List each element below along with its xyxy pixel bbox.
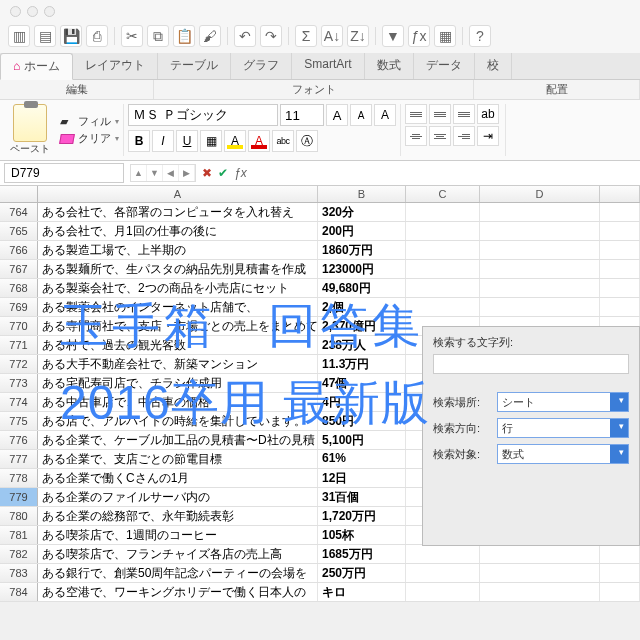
table-row[interactable]: 764ある会社で、各部署のコンピュータを入れ替え320分: [0, 203, 640, 222]
tab-layout[interactable]: レイアウト: [73, 53, 158, 79]
cell[interactable]: [480, 298, 600, 316]
italic-button[interactable]: I: [152, 130, 174, 152]
row-header[interactable]: 784: [0, 583, 38, 601]
cell[interactable]: ある会社で、月1回の仕事の後に: [38, 222, 318, 240]
cell[interactable]: [406, 222, 480, 240]
cell[interactable]: 238万人: [318, 336, 406, 354]
cell[interactable]: [480, 279, 600, 297]
cell[interactable]: [480, 564, 600, 582]
cell[interactable]: ある村で、過去の観光客数: [38, 336, 318, 354]
cell[interactable]: 850円: [318, 412, 406, 430]
align-center-button[interactable]: [429, 126, 451, 146]
help-icon[interactable]: ?: [469, 25, 491, 47]
cell[interactable]: ある企業で働くCさんの1月: [38, 469, 318, 487]
row-header[interactable]: 775: [0, 412, 38, 430]
row-header[interactable]: 773: [0, 374, 38, 392]
table-row[interactable]: 769ある製薬会社のインターネット店舗で、2,個: [0, 298, 640, 317]
cell[interactable]: ある大手不動産会社で、新築マンション: [38, 355, 318, 373]
fill-button[interactable]: ▰フィル▾: [60, 114, 119, 129]
table-row[interactable]: 782ある喫茶店で、フランチャイズ各店の売上高1685万円: [0, 545, 640, 564]
cell[interactable]: [600, 545, 640, 563]
new-icon[interactable]: ▥: [8, 25, 30, 47]
table-row[interactable]: 767ある製麺所で、生パスタの納品先別見積書を作成123000円: [0, 260, 640, 279]
cell[interactable]: [406, 545, 480, 563]
cell[interactable]: [600, 298, 640, 316]
cell[interactable]: [600, 260, 640, 278]
cell[interactable]: [480, 241, 600, 259]
cell[interactable]: 11.3万円: [318, 355, 406, 373]
row-header[interactable]: 767: [0, 260, 38, 278]
highlight-button[interactable]: A: [224, 130, 246, 152]
border-button[interactable]: ▦: [200, 130, 222, 152]
cell[interactable]: [406, 203, 480, 221]
align-bottom-button[interactable]: [453, 104, 475, 124]
autosum-icon[interactable]: Σ: [295, 25, 317, 47]
underline-button[interactable]: U: [176, 130, 198, 152]
find-place-select[interactable]: シート: [497, 392, 629, 412]
cell[interactable]: ある会社で、各部署のコンピュータを入れ替え: [38, 203, 318, 221]
tab-data[interactable]: データ: [414, 53, 475, 79]
cell-nav[interactable]: ▲▼◀▶: [130, 164, 196, 182]
table-row[interactable]: 784ある空港で、ワーキングホリデーで働く日本人のキロ: [0, 583, 640, 602]
font-color-button[interactable]: A: [248, 130, 270, 152]
row-header[interactable]: 779: [0, 488, 38, 506]
minimize-icon[interactable]: [27, 6, 38, 17]
cell[interactable]: ある製造工場で、上半期の: [38, 241, 318, 259]
confirm-icon[interactable]: ✔: [218, 166, 228, 180]
cell[interactable]: ある製薬会社のインターネット店舗で、: [38, 298, 318, 316]
row-header[interactable]: 765: [0, 222, 38, 240]
find-input[interactable]: [433, 354, 629, 374]
cell[interactable]: 200円: [318, 222, 406, 240]
clear-button[interactable]: クリア▾: [60, 131, 119, 146]
cell[interactable]: [600, 583, 640, 601]
tab-formula[interactable]: 数式: [365, 53, 414, 79]
open-icon[interactable]: ▤: [34, 25, 56, 47]
select-all-corner[interactable]: [0, 186, 38, 202]
tab-chart[interactable]: グラフ: [231, 53, 292, 79]
fx-label[interactable]: ƒx: [234, 166, 247, 180]
row-header[interactable]: 770: [0, 317, 38, 335]
cell[interactable]: [600, 564, 640, 582]
cell[interactable]: ある店で、アルバイトの時給を集計しています。: [38, 412, 318, 430]
cell[interactable]: ある喫茶店で、フランチャイズ各店の売上高: [38, 545, 318, 563]
clear-format-button[interactable]: Ⓐ: [296, 130, 318, 152]
tab-review[interactable]: 校: [475, 53, 512, 79]
row-header[interactable]: 771: [0, 336, 38, 354]
find-target-select[interactable]: 数式: [497, 444, 629, 464]
cell[interactable]: [406, 260, 480, 278]
cell[interactable]: 123000円: [318, 260, 406, 278]
align-right-button[interactable]: [453, 126, 475, 146]
close-icon[interactable]: [10, 6, 21, 17]
cell[interactable]: ある企業の総務部で、永年勤続表彰: [38, 507, 318, 525]
print-icon[interactable]: ⎙: [86, 25, 108, 47]
format-painter-icon[interactable]: 🖌: [199, 25, 221, 47]
cell[interactable]: 1685万円: [318, 545, 406, 563]
case-button[interactable]: A: [374, 104, 396, 126]
row-header[interactable]: 768: [0, 279, 38, 297]
cell[interactable]: ある空港で、ワーキングホリデーで働く日本人の: [38, 583, 318, 601]
cell[interactable]: ある企業で、ケーブル加工品の見積書〜D社の見積: [38, 431, 318, 449]
col-header-d[interactable]: D: [480, 186, 600, 202]
col-header-e[interactable]: [600, 186, 640, 202]
cell[interactable]: ある喫茶店で、1週間のコーヒー: [38, 526, 318, 544]
cancel-icon[interactable]: ✖: [202, 166, 212, 180]
cell[interactable]: 47個: [318, 374, 406, 392]
chart-icon[interactable]: ▦: [434, 25, 456, 47]
tab-table[interactable]: テーブル: [158, 53, 231, 79]
shrink-font-button[interactable]: A: [350, 104, 372, 126]
row-header[interactable]: 774: [0, 393, 38, 411]
cell[interactable]: [480, 222, 600, 240]
sort-asc-icon[interactable]: A↓: [321, 25, 343, 47]
font-name-select[interactable]: [128, 104, 278, 126]
fx-icon[interactable]: ƒx: [408, 25, 430, 47]
cell[interactable]: ある宅配寿司店で、チラシ作成用: [38, 374, 318, 392]
redo-icon[interactable]: ↷: [260, 25, 282, 47]
row-header[interactable]: 776: [0, 431, 38, 449]
cell[interactable]: 1860万円: [318, 241, 406, 259]
cell[interactable]: ある専門商社で、支店・市場ごとの売上をまとめています: [38, 317, 318, 335]
cell[interactable]: [600, 222, 640, 240]
cell[interactable]: 12日: [318, 469, 406, 487]
grow-font-button[interactable]: A: [326, 104, 348, 126]
paste-button[interactable]: ペースト: [4, 104, 56, 156]
cell[interactable]: [600, 241, 640, 259]
